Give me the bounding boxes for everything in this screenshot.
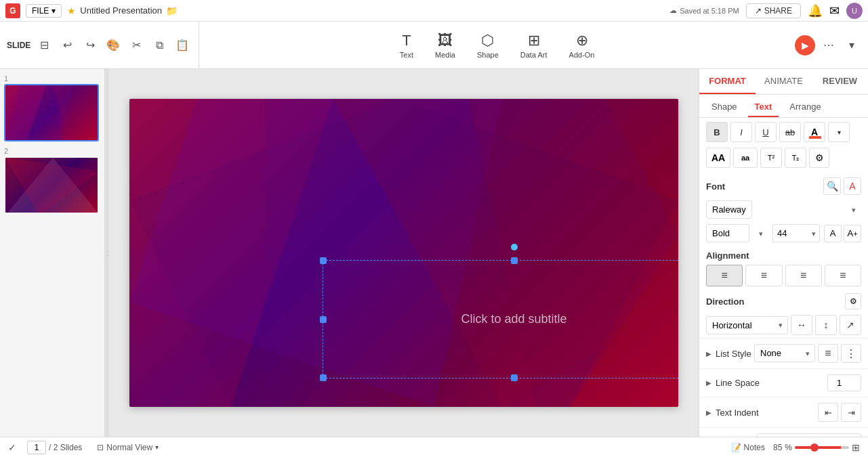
sub-tab-shape[interactable]: Shape [705, 97, 744, 117]
font-size-row: Bold Regular Light 44 12 24 36 48 60 72 … [699, 221, 868, 245]
font-color-button[interactable]: A [804, 122, 825, 142]
slide-1-svg [5, 85, 99, 142]
slide-canvas[interactable]: Click to add subtitle [129, 99, 678, 407]
handle-top-mid[interactable] [511, 257, 518, 264]
redo-button[interactable]: ↪ [81, 36, 100, 55]
handle-mid-left[interactable] [320, 316, 327, 323]
aa-small-button[interactable]: aa [733, 148, 758, 168]
strikethrough-button[interactable]: ab [779, 122, 801, 142]
share-icon: ↗ [755, 6, 762, 16]
justify-button[interactable]: ≡ [825, 265, 861, 286]
direction-vertical-button[interactable]: ↕ [815, 315, 837, 335]
font-color-palette-button[interactable]: A [844, 177, 861, 195]
text-indent-header[interactable]: ▶ Text Indent ⇤ ⇥ [699, 397, 868, 427]
sub-tab-arrange[interactable]: Arrange [783, 97, 827, 117]
indent-decrease-button[interactable]: ⇤ [818, 403, 838, 422]
media-tool[interactable]: 🖼 Media [430, 29, 461, 62]
list-style-header[interactable]: ▶ List Style None Bullet Numbered ≡ ⋮ [699, 339, 868, 368]
cut-button[interactable]: ✂ [127, 36, 146, 55]
list-style-icon1-button[interactable]: ≡ [818, 344, 838, 363]
slide-thumbnail-2[interactable]: 2 [4, 147, 100, 214]
dropdown-button[interactable]: ▾ [842, 36, 861, 55]
align-left-button[interactable]: ≡ [706, 265, 743, 286]
paint-format-button[interactable]: 🎨 [104, 36, 123, 55]
font-size-increase-button[interactable]: A+ [844, 225, 861, 242]
mail-icon[interactable]: ✉ [829, 3, 840, 18]
line-space-header[interactable]: ▶ Line Space [699, 369, 868, 397]
superscript-button[interactable]: T² [760, 148, 782, 168]
slide-2-bg [5, 158, 98, 213]
file-menu-button[interactable]: FILE ▾ [26, 4, 62, 18]
sub-tab-text[interactable]: Text [748, 97, 779, 117]
direction-rotate-button[interactable]: ↗ [840, 315, 861, 335]
underline-button[interactable]: U [755, 122, 777, 142]
aa-large-button[interactable]: AA [706, 148, 730, 168]
color-dropdown-button[interactable]: ▾ [828, 122, 850, 142]
canvas-area[interactable]: Click to add subtitle [109, 69, 699, 437]
font-size-decrease-button[interactable]: A [824, 225, 842, 242]
list-style-title: List Style [716, 349, 754, 359]
spell-check-icon[interactable]: ✓ [8, 442, 16, 453]
normal-view-button[interactable]: ⊡ Normal View ▾ [93, 441, 163, 454]
add-on-tool[interactable]: ⊕ Add-On [564, 29, 600, 62]
tab-format[interactable]: FORMAT [699, 69, 756, 94]
line-space-arrow: ▶ [706, 379, 711, 387]
slide-2-image[interactable] [4, 156, 99, 214]
list-style-select[interactable]: None Bullet Numbered [754, 344, 815, 362]
font-size-select[interactable]: 44 12 24 36 48 60 72 [772, 224, 820, 242]
shape-tool[interactable]: ⬡ Shape [472, 29, 504, 62]
handle-bot-left[interactable] [320, 374, 327, 381]
more-options-button[interactable]: ⋯ [819, 36, 838, 55]
tab-animate[interactable]: ANIMATE [756, 69, 812, 94]
text-indent-section: ▶ Text Indent ⇤ ⇥ [699, 397, 868, 427]
text-indent-arrow: ▶ [706, 409, 711, 416]
text-box-select[interactable]: No autofit Shrink text on overflow Resiz… [757, 433, 861, 437]
avatar[interactable]: U [846, 3, 863, 19]
title-textbox[interactable]: Click to add subtitle [323, 260, 678, 378]
slide-thumbnail-1[interactable]: 1 [4, 74, 100, 142]
copy-button[interactable]: ⧉ [150, 36, 169, 55]
subtitle-placeholder[interactable]: Click to add subtitle [323, 261, 678, 378]
paste-button[interactable]: 📋 [173, 36, 192, 55]
slide-1-image[interactable] [4, 84, 99, 142]
handle-bot-mid[interactable] [511, 374, 518, 381]
direction-settings-button[interactable]: ⚙ [845, 293, 861, 309]
current-slide-input[interactable] [27, 441, 46, 454]
indent-increase-button[interactable]: ⇥ [841, 403, 861, 422]
play-button[interactable]: ▶ [795, 35, 815, 56]
subscript-button[interactable]: T₂ [785, 148, 806, 168]
text-box-header[interactable]: ▶ Text Box No autofit Shrink text on ove… [699, 428, 868, 437]
rotate-handle[interactable] [511, 244, 518, 251]
media-tool-label: Media [435, 51, 455, 59]
undo-button[interactable]: ↩ [58, 36, 77, 55]
direction-horizontal-button[interactable]: ↔ [791, 315, 812, 335]
zoom-fit-icon[interactable]: ⊞ [852, 442, 860, 453]
slide-2-number: 2 [4, 147, 100, 155]
handle-top-left[interactable] [320, 257, 327, 264]
bold-button[interactable]: B [706, 122, 728, 142]
notes-button[interactable]: 📝 Notes [731, 443, 765, 452]
panel-sub-tabs: Shape Text Arrange [699, 95, 868, 118]
text-tool[interactable]: T Text [394, 29, 419, 62]
italic-button[interactable]: I [730, 122, 752, 142]
save-status: ☁ Saved at 5:18 PM [669, 6, 739, 15]
zoom-slider[interactable] [795, 446, 849, 449]
align-right-button[interactable]: ≡ [785, 265, 822, 286]
slide-2-svg [5, 158, 99, 214]
layout-button[interactable]: ⊟ [35, 36, 54, 55]
list-style-icon2-button[interactable]: ⋮ [841, 344, 861, 363]
font-search-button[interactable]: 🔍 [823, 177, 841, 195]
tab-review[interactable]: REVIEW [812, 69, 868, 94]
align-center-button[interactable]: ≡ [745, 265, 782, 286]
share-button[interactable]: ↗ SHARE [746, 3, 801, 18]
data-art-tool[interactable]: ⊞ Data Art [515, 29, 553, 62]
font-name-select[interactable]: Raleway [706, 200, 752, 219]
direction-select[interactable]: Horizontal Vertical Rotate 90° [706, 316, 788, 334]
text-settings-button[interactable]: ⚙ [809, 148, 829, 168]
zoom-controls: 85 % ⊞ [773, 442, 860, 453]
font-weight-select[interactable]: Bold Regular Light [706, 224, 749, 242]
main-area: 1 2 [0, 69, 868, 437]
line-space-input[interactable] [827, 374, 861, 391]
font-name-wrapper: Raleway [706, 200, 861, 219]
notification-icon[interactable]: 🔔 [808, 3, 823, 18]
